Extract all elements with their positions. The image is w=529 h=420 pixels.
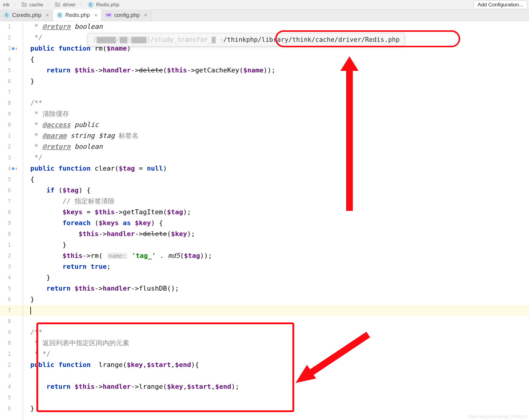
code-line[interactable]: 2 $this->rm( name: 'tag_' . md5($tag)); — [0, 250, 529, 261]
line-number: 6 — [0, 76, 18, 87]
folder-icon — [22, 3, 27, 7]
breadcrumb-label: cache — [29, 2, 43, 8]
close-icon[interactable]: ✕ — [94, 13, 98, 18]
code-line[interactable]: 0 $this->handler->delete($key); — [0, 228, 529, 239]
code-area[interactable]: 1 * @return boolean2 */3↑public function… — [0, 21, 529, 420]
add-configuration-button[interactable]: Add Configuration... — [474, 1, 527, 9]
tab-csredis[interactable]: C Csredis.php ✕ — [0, 9, 53, 21]
breadcrumb-item[interactable]: driver — [52, 2, 79, 8]
line-number: 5 — [0, 392, 18, 403]
code-line[interactable]: 1 * @param string $tag 标签名 — [0, 130, 529, 141]
code-line[interactable]: 2public function lrange($key,$start,$end… — [0, 359, 529, 370]
code-content[interactable]: } — [18, 294, 529, 305]
code-line[interactable]: 9 foreach ($keys as $key) { — [0, 218, 529, 228]
code-line[interactable]: 5{ — [0, 174, 529, 185]
code-line[interactable]: 8 $keys = $this->getTagItem($tag); — [0, 207, 529, 218]
code-content[interactable]: return $this->handler->delete($this->get… — [18, 65, 529, 76]
code-content[interactable] — [18, 305, 529, 316]
code-line[interactable]: 2 * @return boolean — [0, 141, 529, 152]
code-content[interactable]: /** — [18, 327, 529, 338]
class-file-icon: C — [4, 12, 10, 18]
code-line[interactable]: 5 return $this->handler->flushDB(); — [0, 283, 529, 294]
code-content[interactable]: /** — [18, 98, 529, 108]
breadcrumb-item[interactable]: C Redis.php — [85, 2, 123, 8]
code-content[interactable] — [18, 392, 529, 403]
tab-label: Redis.php — [65, 12, 90, 18]
line-number: 4 — [0, 272, 18, 283]
code-line[interactable]: 7 // 指定标签清除 — [0, 196, 529, 207]
code-line[interactable]: 6 if ($tag) { — [0, 185, 529, 196]
code-content[interactable]: */ — [18, 152, 529, 163]
code-content[interactable] — [18, 87, 529, 98]
code-line[interactable]: 4{ — [0, 54, 529, 65]
code-content[interactable]: * 清除缓存 — [18, 108, 529, 119]
code-content[interactable]: * 返回列表中指定区间内的元素 — [18, 338, 529, 348]
code-line[interactable]: 3 — [0, 370, 529, 381]
code-line[interactable]: 3 */ — [0, 152, 529, 163]
code-content[interactable]: // 指定标签清除 — [18, 196, 529, 207]
code-content[interactable]: return $this->handler->lrange($key,$star… — [18, 381, 529, 392]
code-content[interactable]: { — [18, 174, 529, 185]
close-icon[interactable]: ✕ — [144, 13, 147, 18]
code-line[interactable]: 1 * */ — [0, 348, 529, 359]
folding-gutter — [18, 21, 23, 420]
text-caret — [30, 307, 31, 315]
code-line[interactable]: 6} — [0, 403, 529, 414]
code-content[interactable]: * @param string $tag 标签名 — [18, 130, 529, 141]
line-number: 5 — [0, 174, 18, 185]
code-content[interactable]: } — [18, 239, 529, 250]
close-icon[interactable]: ✕ — [45, 13, 49, 18]
breadcrumb-item[interactable]: cache — [19, 2, 46, 8]
code-content[interactable]: * @return boolean — [18, 21, 529, 32]
tab-redis[interactable]: C Redis.php ✕ — [53, 9, 102, 21]
code-content[interactable]: } — [18, 403, 529, 414]
code-content[interactable]: foreach ($keys as $key) { — [18, 218, 529, 228]
code-line[interactable]: 0 * 返回列表中指定区间内的元素 — [0, 338, 529, 348]
code-content[interactable]: { — [18, 54, 529, 65]
breadcrumb-item[interactable]: ink — [0, 2, 13, 8]
code-content[interactable]: } — [18, 76, 529, 87]
code-line[interactable]: 8 — [0, 316, 529, 327]
code-content[interactable] — [18, 316, 529, 327]
code-line[interactable]: 4 return $this->handler->lrange($key,$st… — [0, 381, 529, 392]
tab-config[interactable]: PHP config.php ✕ — [102, 9, 151, 21]
line-number: 2 — [0, 141, 18, 152]
code-line[interactable]: 5 — [0, 392, 529, 403]
code-content[interactable] — [18, 370, 529, 381]
code-content[interactable]: $this->rm( name: 'tag_' . md5($tag)); — [18, 250, 529, 261]
line-number: 5 — [0, 283, 18, 294]
line-number: 6 — [0, 294, 18, 305]
code-content[interactable]: * @access public — [18, 119, 529, 130]
line-number: 8 — [0, 98, 18, 108]
line-number: 7 — [0, 305, 18, 316]
code-content[interactable]: * @return boolean — [18, 141, 529, 152]
code-line[interactable]: 4 } — [0, 272, 529, 283]
code-line[interactable]: 7 — [0, 87, 529, 98]
code-line[interactable]: 8/** — [0, 98, 529, 108]
code-line[interactable]: 1 * @return boolean — [0, 21, 529, 32]
code-editor[interactable]: 1 * @return boolean2 */3↑public function… — [0, 21, 529, 420]
code-content[interactable]: return true; — [18, 261, 529, 272]
code-line[interactable]: 4↑public function clear($tag = null) — [0, 163, 529, 174]
code-line[interactable]: 7 — [0, 305, 529, 316]
code-line[interactable]: 9/** — [0, 327, 529, 338]
line-number: 5 — [0, 65, 18, 76]
code-content[interactable]: return $this->handler->flushDB(); — [18, 283, 529, 294]
php-file-icon: PHP — [105, 13, 112, 17]
code-content[interactable]: if ($tag) { — [18, 185, 529, 196]
code-line[interactable]: 9 * 清除缓存 — [0, 108, 529, 119]
code-content[interactable]: * */ — [18, 348, 529, 359]
code-line[interactable]: 1 } — [0, 239, 529, 250]
code-line[interactable]: 0 * @access public — [0, 119, 529, 130]
code-line[interactable]: 5 return $this->handler->delete($this->g… — [0, 65, 529, 76]
code-content[interactable]: public function lrange($key,$start,$end)… — [18, 359, 529, 370]
code-line[interactable]: 3 return true; — [0, 261, 529, 272]
code-content[interactable]: } — [18, 272, 529, 283]
editor-tabs: C Csredis.php ✕ C Redis.php ✕ PHP config… — [0, 10, 529, 21]
code-line[interactable]: 6} — [0, 76, 529, 87]
folder-icon — [55, 3, 60, 7]
code-content[interactable]: $keys = $this->getTagItem($tag); — [18, 207, 529, 218]
code-content[interactable]: $this->handler->delete($key); — [18, 228, 529, 239]
code-content[interactable]: public function clear($tag = null) — [18, 163, 529, 174]
code-line[interactable]: 6} — [0, 294, 529, 305]
